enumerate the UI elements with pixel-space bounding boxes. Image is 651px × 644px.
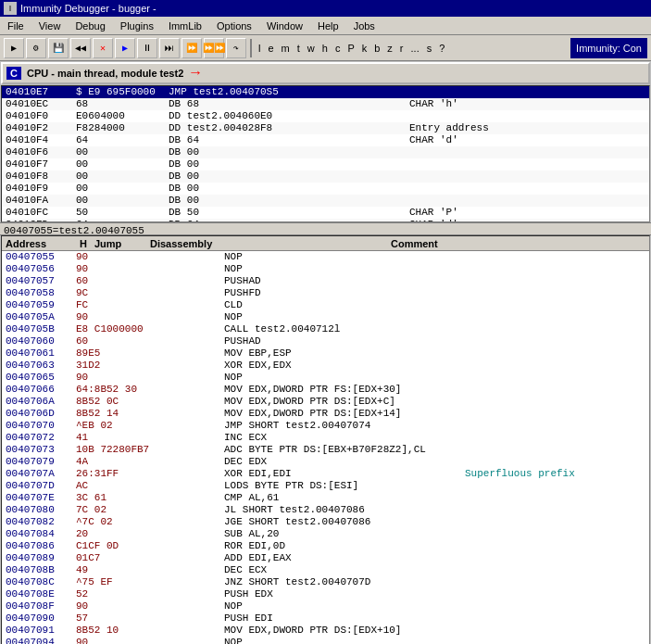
table-row[interactable]: 0040708901C7ADD EDI,EAX bbox=[2, 552, 649, 564]
cpu-badge: C bbox=[6, 67, 21, 80]
menu-item-view[interactable]: View bbox=[31, 19, 69, 33]
table-row[interactable]: 04010E7$ E9 695F0000JMP test2.004070S5 bbox=[2, 86, 649, 98]
cpu-title: CPU - main thread, module test2 bbox=[27, 68, 183, 79]
table-row[interactable]: 04010F2F8284000DD test2.004028F8Entry ad… bbox=[2, 122, 649, 134]
col-header-jump: Jump bbox=[91, 236, 146, 250]
table-row[interactable]: 0040708B49DEC ECX bbox=[2, 564, 649, 576]
table-row[interactable]: 04010F900DB 00 bbox=[2, 183, 649, 195]
app-icon: I bbox=[4, 2, 17, 15]
toolbar-letter-dots[interactable]: ... bbox=[408, 43, 422, 54]
table-row[interactable]: 0040705BE8 C1000000CALL test2.0040712l bbox=[2, 323, 649, 335]
arrow-icon: → bbox=[191, 65, 200, 82]
toolbar-letter-b[interactable]: b bbox=[371, 43, 382, 54]
table-row[interactable]: 0040706060PUSHAD bbox=[2, 335, 649, 347]
toolbar-letter-P[interactable]: P bbox=[344, 43, 357, 54]
toolbar-letter-s[interactable]: s bbox=[424, 43, 435, 54]
table-row[interactable]: 0040707A26:31FFXOR EDI,EDISuperfluous pr… bbox=[2, 468, 649, 480]
table-row[interactable]: 00407059FCCLD bbox=[2, 299, 649, 311]
toolbar-btn-9[interactable]: ↷ bbox=[226, 38, 246, 58]
table-row[interactable]: 0040708C^75 EFJNZ SHORT test2.0040707D bbox=[2, 576, 649, 588]
menu-item-help[interactable]: Help bbox=[310, 19, 346, 33]
table-row[interactable]: 04010F0E0604000DD test2.004060E0 bbox=[2, 110, 649, 122]
table-row[interactable]: 04010EC68DB 68CHAR 'h' bbox=[2, 98, 649, 110]
toolbar-letter-l[interactable]: l bbox=[256, 43, 263, 54]
table-row[interactable]: 0040709057PUSH EDI bbox=[2, 612, 649, 625]
toolbar-btn-stop[interactable]: ✕ bbox=[93, 38, 113, 58]
table-row[interactable]: 0040707E3C 61CMP AL,61 bbox=[2, 492, 649, 504]
table-row[interactable]: 0040706189E5MOV EBP,ESP bbox=[2, 347, 649, 360]
table-row[interactable]: 04010F464DB 64CHAR 'd' bbox=[2, 134, 649, 146]
bottom-panel-container: Address H Jump Disassembly Comment 00407… bbox=[1, 235, 650, 644]
table-row[interactable]: 0040707310B 72280FB7ADC BYTE PTR DS:[EBX… bbox=[2, 444, 649, 456]
table-row[interactable]: 004070589CPUSHFD bbox=[2, 287, 649, 299]
status-bar: 00407055=test2.00407055 bbox=[0, 222, 651, 235]
table-row[interactable]: 0040705590NOP bbox=[2, 251, 649, 263]
table-row[interactable]: 0040708420SUB AL,20 bbox=[2, 528, 649, 540]
toolbar-letter-z[interactable]: z bbox=[384, 43, 395, 54]
col-header-address: Address bbox=[2, 236, 76, 250]
toolbar-btn-run[interactable]: ▶ bbox=[115, 38, 135, 58]
table-row[interactable]: 00407086C1CF 0DROR EDI,0D bbox=[2, 540, 649, 552]
table-row[interactable]: 0040707241INC ECX bbox=[2, 432, 649, 444]
toolbar-letter-t[interactable]: t bbox=[294, 43, 303, 54]
table-row[interactable]: 00407082^7C 02JGE SHORT test2.00407086 bbox=[2, 516, 649, 528]
table-row[interactable]: 0040706A8B52 0CMOV EDX,DWORD PTR DS:[EDX… bbox=[2, 396, 649, 408]
table-row[interactable]: 04010F800DB 00 bbox=[2, 170, 649, 183]
table-row[interactable]: 0040709490NOP bbox=[2, 637, 649, 644]
table-row[interactable]: 0040705690NOP bbox=[2, 263, 649, 275]
title-text: Immunity Debugger - bugger - bbox=[20, 3, 156, 14]
toolbar-letter-e[interactable]: e bbox=[265, 43, 276, 54]
toolbar-btn-1[interactable]: ▶ bbox=[4, 38, 24, 58]
table-row[interactable]: 04010F600DB 00 bbox=[2, 146, 649, 158]
toolbar-letter-c[interactable]: c bbox=[332, 43, 344, 54]
table-row[interactable]: 0040706D8B52 14MOV EDX,DWORD PTR DS:[EDX… bbox=[2, 408, 649, 420]
table-row[interactable]: 0040708E52PUSH EDX bbox=[2, 588, 649, 600]
table-row[interactable]: 004070794ADEC EDX bbox=[2, 456, 649, 468]
menu-item-debug[interactable]: Debug bbox=[68, 19, 112, 33]
toolbar-letter-m[interactable]: m bbox=[279, 43, 293, 54]
bottom-disassembly-panel[interactable]: 0040705590NOP0040705690NOP0040705760PUSH… bbox=[2, 251, 649, 644]
table-row[interactable]: 04010FC50DB 50CHAR 'P' bbox=[2, 207, 649, 219]
menu-item-window[interactable]: Window bbox=[259, 19, 310, 33]
toolbar-letter-w[interactable]: w bbox=[305, 43, 318, 54]
table-row[interactable]: 0040705760PUSHAD bbox=[2, 275, 649, 287]
table-row[interactable]: 004070918B52 10MOV EDX,DWORD PTR DS:[EDX… bbox=[2, 625, 649, 637]
status-text: 00407055=test2.00407055 bbox=[4, 225, 144, 236]
immunity-banner: Immunity: Con bbox=[570, 38, 647, 58]
bottom-panel-header: Address H Jump Disassembly Comment bbox=[2, 236, 649, 251]
top-disassembly-panel[interactable]: 04010E7$ E9 695F0000JMP test2.004070S504… bbox=[1, 85, 650, 222]
toolbar-letter-r[interactable]: r bbox=[397, 43, 407, 54]
toolbar-btn-4[interactable]: ◀◀ bbox=[70, 38, 91, 58]
table-row[interactable]: 0040706590NOP bbox=[2, 372, 649, 384]
col-header-h: H bbox=[76, 236, 91, 250]
table-row[interactable]: 004070807C 02JL SHORT test2.00407086 bbox=[2, 504, 649, 516]
toolbar-btn-2[interactable]: ⚙ bbox=[26, 38, 46, 58]
col-header-comment: Comment bbox=[387, 236, 649, 250]
toolbar-btn-6[interactable]: ⏭ bbox=[159, 38, 180, 58]
toolbar-btn-5[interactable]: ⏸ bbox=[137, 38, 157, 58]
col-header-disassembly: Disassembly bbox=[146, 236, 387, 250]
table-row[interactable]: 0040705A90NOP bbox=[2, 311, 649, 323]
toolbar-letter-q[interactable]: ? bbox=[436, 43, 447, 54]
menu-bar: FileViewDebugPluginsImmLibOptionsWindowH… bbox=[0, 17, 651, 35]
menu-item-immlib[interactable]: ImmLib bbox=[161, 19, 209, 33]
toolbar-sep bbox=[250, 39, 252, 57]
cpu-panel-header: C CPU - main thread, module test2 → bbox=[1, 62, 650, 84]
table-row[interactable]: 0040706331D2XOR EDX,EDX bbox=[2, 360, 649, 372]
table-row[interactable]: 04010FA00DB 00 bbox=[2, 195, 649, 207]
table-row[interactable]: 0040706664:8B52 30MOV EDX,DWORD PTR FS:[… bbox=[2, 384, 649, 396]
toolbar-letter-k[interactable]: k bbox=[359, 43, 370, 54]
table-row[interactable]: 04010F700DB 00 bbox=[2, 158, 649, 170]
toolbar-btn-8[interactable]: ⏩⏩ bbox=[204, 38, 224, 58]
table-row[interactable]: 00407070^EB 02JMP SHORT test2.00407074 bbox=[2, 420, 649, 432]
toolbar-btn-7[interactable]: ⏩ bbox=[182, 38, 202, 58]
menu-item-jobs[interactable]: Jobs bbox=[346, 19, 382, 33]
menu-item-plugins[interactable]: Plugins bbox=[113, 19, 161, 33]
table-row[interactable]: 0040708F90NOP bbox=[2, 600, 649, 612]
table-row[interactable]: 0040707DACLODS BYTE PTR DS:[ESI] bbox=[2, 480, 649, 492]
menu-item-file[interactable]: File bbox=[0, 19, 31, 33]
toolbar-letter-h[interactable]: h bbox=[319, 43, 331, 54]
menu-item-options[interactable]: Options bbox=[209, 19, 259, 33]
toolbar-btn-3[interactable]: 💾 bbox=[48, 38, 69, 58]
toolbar: ▶ ⚙ 💾 ◀◀ ✕ ▶ ⏸ ⏭ ⏩ ⏩⏩ ↷ l e m t w h c P … bbox=[0, 35, 651, 61]
